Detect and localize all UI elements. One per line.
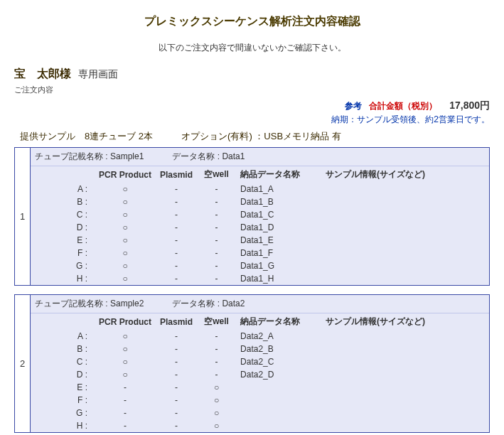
empty-cell: - (197, 234, 236, 247)
plasmid-cell: - (156, 355, 197, 368)
plasmid-cell: - (156, 330, 197, 343)
pcr-cell: ○ (95, 343, 156, 355)
info-cell (321, 208, 489, 221)
info-cell (321, 407, 489, 419)
pcr-cell: ○ (95, 355, 156, 368)
well-label: H : (31, 272, 95, 285)
empty-cell: - (197, 221, 236, 234)
tube-body: チューブ記載名称 : Sample2データ名称 : Data2PCR Produ… (31, 295, 490, 433)
table-row: F :○--Data1_F (31, 247, 489, 259)
table-row: C :○--Data1_C (31, 208, 489, 221)
reference-label: 参考 (345, 101, 362, 111)
info-cell (321, 221, 489, 234)
info-cell (321, 195, 489, 208)
info-cell (321, 419, 489, 432)
empty-cell: ○ (197, 419, 236, 432)
option-text: オプション(有料) ：USBメモリ納品 有 (181, 130, 341, 143)
dataname-cell: Data1_D (236, 221, 321, 234)
dataname-cell: Data1_E (236, 234, 321, 247)
empty-cell: - (197, 330, 236, 343)
table-row: E :○--Data1_E (31, 234, 489, 247)
info-cell (321, 234, 489, 247)
dataname-cell: Data1_F (236, 247, 321, 259)
well-label: A : (31, 330, 95, 343)
well-label: F : (31, 247, 95, 259)
price-block: 参考 合計金額（税別） 17,800円 納期：サンプル受領後、約2営業日です。 (14, 100, 490, 126)
dataname-cell: Data1_C (236, 208, 321, 221)
pcr-cell: ○ (95, 195, 156, 208)
pcr-cell: ○ (95, 183, 156, 195)
pcr-cell: ○ (95, 208, 156, 221)
info-cell (321, 272, 489, 285)
col-pcr: PCR Product (95, 313, 156, 330)
empty-cell: ○ (197, 381, 236, 394)
plasmid-cell: - (156, 381, 197, 394)
well-label: B : (31, 195, 95, 208)
empty-cell: - (197, 355, 236, 368)
empty-cell: - (197, 343, 236, 355)
pcr-cell: ○ (95, 330, 156, 343)
table-row: F :--○ (31, 394, 489, 407)
table-row: H :○--Data1_H (31, 272, 489, 285)
well-label: B : (31, 343, 95, 355)
plasmid-cell: - (156, 419, 197, 432)
table-row: A :○--Data1_A (31, 183, 489, 195)
empty-cell: - (197, 368, 236, 381)
pcr-cell: - (95, 394, 156, 407)
pcr-cell: - (95, 407, 156, 419)
table-row: C :○--Data2_C (31, 355, 489, 368)
dataname-cell (236, 381, 321, 394)
dataname-cell (236, 419, 321, 432)
empty-cell: - (197, 208, 236, 221)
plasmid-cell: - (156, 183, 197, 195)
samples-options-row: 提供サンプル 8連チューブ 2本 オプション(有料) ：USBメモリ納品 有 (20, 130, 490, 143)
tube-body: チューブ記載名称 : Sample1データ名称 : Data1PCR Produ… (31, 148, 490, 286)
lead-text: 以下のご注文内容で間違いないかご確認下さい。 (14, 42, 490, 54)
dataname-cell (236, 407, 321, 419)
well-label: H : (31, 419, 95, 432)
total-amount-label: 合計金額（税別） (369, 101, 437, 111)
table-row: D :○--Data2_D (31, 368, 489, 381)
table-row: G :--○ (31, 407, 489, 419)
col-plasmid: Plasmid (156, 313, 197, 330)
dataname-cell (236, 394, 321, 407)
dataname-cell: Data2_D (236, 368, 321, 381)
dataname-cell: Data1_G (236, 259, 321, 272)
order-content-label: ご注文内容 (14, 85, 490, 95)
table-row: B :○--Data2_B (31, 343, 489, 355)
pcr-cell: ○ (95, 259, 156, 272)
plasmid-cell: - (156, 208, 197, 221)
well-table: PCR ProductPlasmid空well納品データ名称サンプル情報(サイズ… (31, 313, 489, 432)
plasmid-cell: - (156, 234, 197, 247)
plasmid-cell: - (156, 221, 197, 234)
plasmid-cell: - (156, 407, 197, 419)
plasmid-cell: - (156, 259, 197, 272)
info-cell (321, 355, 489, 368)
info-cell (321, 381, 489, 394)
pcr-cell: - (95, 419, 156, 432)
dataname-cell: Data2_C (236, 355, 321, 368)
empty-cell: ○ (197, 394, 236, 407)
plasmid-cell: - (156, 272, 197, 285)
user-screen-label: 専用画面 (78, 68, 118, 81)
well-label: A : (31, 183, 95, 195)
pcr-cell: ○ (95, 368, 156, 381)
plasmid-cell: - (156, 394, 197, 407)
dataname-cell: Data1_A (236, 183, 321, 195)
well-label: E : (31, 381, 95, 394)
info-cell (321, 247, 489, 259)
pcr-cell: - (95, 381, 156, 394)
pcr-cell: ○ (95, 247, 156, 259)
table-row: H :--○ (31, 419, 489, 432)
data-name-label: データ名称 : Data1 (172, 151, 245, 163)
page-title: プレミックスシーケンス解析注文内容確認 (14, 14, 490, 29)
empty-cell: ○ (197, 407, 236, 419)
well-label: C : (31, 208, 95, 221)
dataname-cell: Data2_A (236, 330, 321, 343)
delivery-note: 納期：サンプル受領後、約2営業日です。 (14, 114, 490, 126)
info-cell (321, 394, 489, 407)
pcr-cell: ○ (95, 234, 156, 247)
table-row: D :○--Data1_D (31, 221, 489, 234)
plasmid-cell: - (156, 368, 197, 381)
pcr-cell: ○ (95, 221, 156, 234)
